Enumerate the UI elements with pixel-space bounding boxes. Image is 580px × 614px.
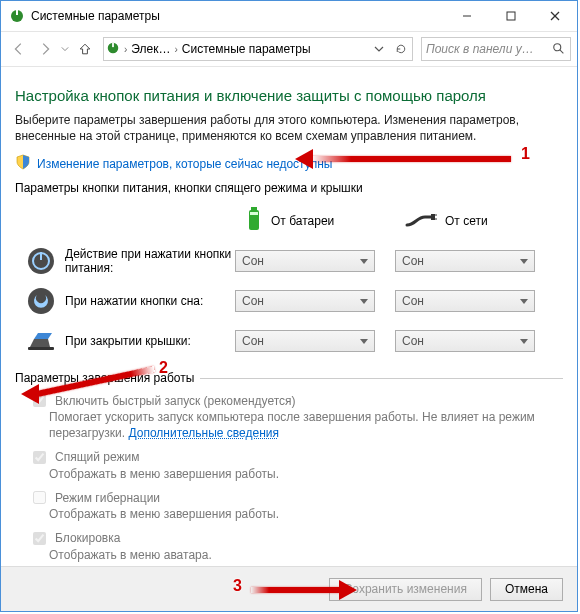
svg-rect-12: [250, 212, 258, 215]
svg-rect-3: [507, 12, 515, 20]
lid-battery-combo[interactable]: Сон: [235, 330, 375, 352]
more-info-link[interactable]: Дополнительные сведения: [128, 426, 278, 440]
hibernate-title: Режим гибернации: [55, 491, 160, 505]
lid-ac-combo[interactable]: Сон: [395, 330, 535, 352]
battery-column-label: От батареи: [271, 214, 334, 228]
back-button[interactable]: [7, 37, 31, 61]
power-options-icon: [106, 41, 120, 58]
svg-rect-20: [28, 347, 54, 350]
window-title: Системные параметры: [31, 9, 445, 23]
power-options-window: Системные параметры › Элек…: [0, 0, 578, 612]
minimize-button[interactable]: [445, 1, 489, 31]
breadcrumb[interactable]: Системные параметры: [182, 42, 311, 56]
power-button-icon: [25, 245, 57, 277]
hibernate-desc: Отображать в меню завершения работы.: [49, 507, 563, 523]
lock-title: Блокировка: [55, 531, 120, 545]
row-sleep-button: При нажатии кнопки сна: Сон Сон: [15, 281, 563, 321]
laptop-lid-icon: [25, 325, 57, 357]
separator: [200, 378, 563, 379]
row-power-button: Действие при нажатии кнопки питания: Сон…: [15, 241, 563, 281]
breadcrumb[interactable]: Элек…: [131, 42, 170, 56]
svg-rect-7: [112, 42, 114, 46]
sleep-button-label: При нажатии кнопки сна:: [65, 294, 235, 308]
fast-startup-desc: Помогает ускорить запуск компьютера посл…: [49, 410, 535, 440]
history-dropdown[interactable]: [59, 37, 71, 61]
lid-close-label: При закрытии крышки:: [65, 334, 235, 348]
sleep-title: Спящий режим: [55, 450, 139, 464]
shutdown-group-label: Параметры завершения работы: [15, 371, 194, 385]
hibernate-checkbox: [33, 491, 46, 504]
svg-point-19: [28, 288, 54, 314]
intro-text: Выберите параметры завершения работы для…: [15, 112, 563, 144]
fast-startup-title: Включить быстрый запуск (рекомендуется): [55, 394, 296, 408]
chevron-right-icon: ›: [175, 44, 178, 55]
shield-icon: [15, 154, 31, 173]
refresh-button[interactable]: [392, 39, 410, 59]
chevron-right-icon: ›: [124, 44, 127, 55]
close-button[interactable]: [533, 1, 577, 31]
forward-button[interactable]: [33, 37, 57, 61]
svg-rect-11: [251, 207, 257, 210]
navbar: › Элек… › Системные параметры Поиск в па…: [1, 32, 577, 67]
change-unavailable-link[interactable]: Изменение параметров, которые сейчас нед…: [37, 157, 333, 171]
titlebar: Системные параметры: [1, 1, 577, 32]
sleep-desc: Отображать в меню завершения работы.: [49, 467, 563, 483]
svg-rect-18: [40, 252, 42, 260]
svg-rect-1: [16, 10, 18, 15]
cancel-button[interactable]: Отмена: [490, 578, 563, 601]
power-button-label: Действие при нажатии кнопки питания:: [65, 247, 235, 276]
address-bar[interactable]: › Элек… › Системные параметры: [103, 37, 413, 61]
sleep-button-icon: [25, 285, 57, 317]
address-dropdown[interactable]: [370, 39, 388, 59]
columns-header: От батареи От сети: [15, 201, 563, 241]
svg-point-8: [554, 44, 561, 51]
search-icon: [552, 42, 566, 56]
search-placeholder: Поиск в панели у…: [426, 42, 552, 56]
svg-point-16: [28, 248, 54, 274]
page-title: Настройка кнопок питания и включение защ…: [15, 87, 563, 104]
up-button[interactable]: [73, 37, 97, 61]
lock-desc: Отображать в меню аватара.: [49, 548, 563, 564]
power-button-ac-combo[interactable]: Сон: [395, 250, 535, 272]
svg-rect-13: [431, 214, 435, 220]
plug-icon: [405, 211, 437, 232]
ac-column-label: От сети: [445, 214, 488, 228]
fast-startup-checkbox: [33, 394, 46, 407]
power-button-battery-combo[interactable]: Сон: [235, 250, 375, 272]
section-buttons-label: Параметры кнопки питания, кнопки спящего…: [15, 181, 563, 195]
svg-line-9: [560, 50, 564, 54]
sleep-button-ac-combo[interactable]: Сон: [395, 290, 535, 312]
sleep-checkbox: [33, 451, 46, 464]
search-input[interactable]: Поиск в панели у…: [421, 37, 571, 61]
sleep-button-battery-combo[interactable]: Сон: [235, 290, 375, 312]
row-lid-close: При закрытии крышки: Сон Сон: [15, 321, 563, 361]
save-button[interactable]: Сохранить изменения: [329, 578, 482, 601]
content-area: Настройка кнопок питания и включение защ…: [1, 67, 577, 569]
lock-checkbox: [33, 532, 46, 545]
battery-icon: [245, 206, 263, 237]
app-icon: [9, 8, 25, 24]
button-bar: Сохранить изменения Отмена: [1, 566, 577, 611]
maximize-button[interactable]: [489, 1, 533, 31]
